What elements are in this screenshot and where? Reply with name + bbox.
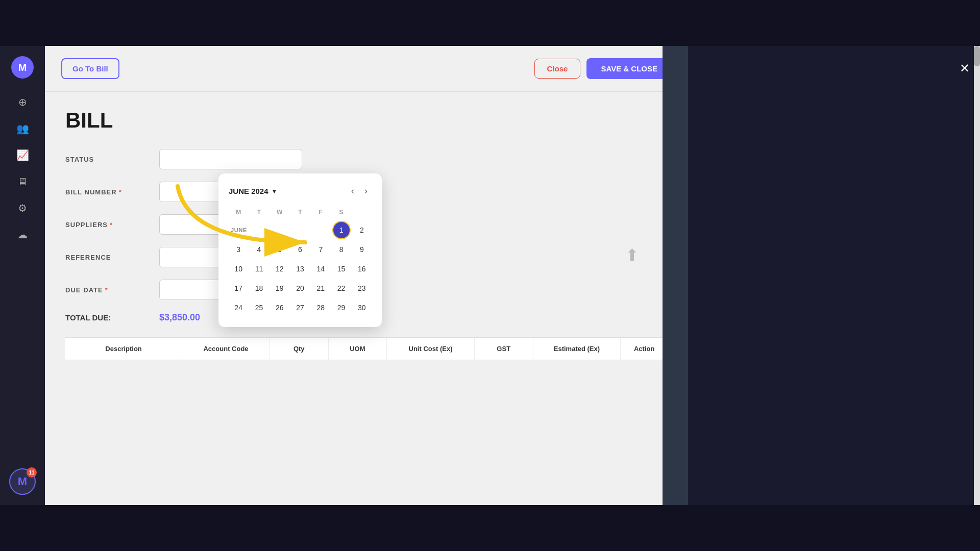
cal-day-28[interactable]: 28	[311, 298, 330, 317]
screen-close-icon[interactable]: ✕	[960, 61, 970, 76]
cal-day-27[interactable]: 27	[291, 298, 309, 317]
calendar-nav: JUNE 2024 ▼ ‹ ›	[229, 184, 372, 198]
cal-day-3[interactable]: 3	[229, 240, 248, 259]
cal-day-10[interactable]: 10	[229, 260, 248, 278]
col-estimated: Estimated (Ex)	[533, 338, 621, 360]
cal-day-23[interactable]: 23	[353, 279, 371, 297]
reference-label: REFERENCE	[65, 254, 147, 261]
cal-day-30[interactable]: 30	[353, 298, 371, 317]
col-description: Description	[65, 338, 182, 360]
cal-day-4[interactable]: 4	[250, 240, 268, 259]
col-qty: Qty	[270, 338, 329, 360]
calendar-next-button[interactable]: ›	[360, 184, 372, 198]
close-button[interactable]: Close	[534, 59, 581, 79]
dropdown-arrow-icon: ▼	[272, 188, 278, 195]
required-star-due: *	[105, 286, 108, 294]
cal-day-11[interactable]: 11	[250, 260, 268, 278]
col-header-t2: T	[290, 207, 310, 220]
cal-day-17[interactable]: 17	[229, 279, 248, 297]
total-due-value: $3,850.00	[159, 312, 200, 323]
sidebar-item-cloud[interactable]: ☁	[11, 223, 34, 246]
upload-area[interactable]: ⬆	[606, 235, 657, 276]
cal-day-25[interactable]: 25	[250, 298, 268, 317]
scrollbar-thumb[interactable]	[974, 46, 980, 66]
sidebar-item-contacts[interactable]: 👥	[11, 117, 34, 140]
cal-day-18[interactable]: 18	[250, 279, 268, 297]
due-date-label: DUE DATE*	[65, 286, 147, 294]
cal-day-6[interactable]: 6	[291, 240, 309, 259]
cal-day-24[interactable]: 24	[229, 298, 248, 317]
col-header-w: W	[270, 207, 289, 220]
notification-badge: 11	[27, 467, 37, 478]
col-account-code: Account Code	[182, 338, 270, 360]
modal-panel: Go To Bill Close SAVE & CLOSE BILL STATU…	[45, 46, 688, 505]
status-row: STATUS	[65, 149, 668, 169]
sidebar-item-monitor[interactable]: 🖥	[11, 170, 34, 193]
cal-day-19[interactable]: 19	[271, 279, 289, 297]
required-star-suppliers: *	[110, 221, 113, 229]
calendar-grid: M T W T F S JUNE 1 2 3 4 5 6 7 8 9 1	[229, 207, 372, 317]
sidebar-item-dashboard[interactable]: ⊕	[11, 91, 34, 113]
col-unit-cost: Unit Cost (Ex)	[387, 338, 475, 360]
col-uom: UOM	[329, 338, 387, 360]
cal-day-7[interactable]: 7	[311, 240, 330, 259]
header-actions: Close SAVE & CLOSE	[534, 58, 672, 79]
cal-day-22[interactable]: 22	[332, 279, 351, 297]
upload-icon: ⬆	[625, 245, 639, 265]
bill-number-label: BILL NUMBER*	[65, 188, 147, 196]
june-label: JUNE	[229, 221, 330, 239]
go-to-bill-button[interactable]: Go To Bill	[61, 58, 119, 79]
avatar[interactable]: M 11	[9, 468, 36, 495]
status-label: STATUS	[65, 156, 147, 163]
modal-body: BILL STATUS BILL NUMBER* SUPPLIERS* REFE…	[45, 92, 688, 505]
sidebar: M ⊕ 👥 📈 🖥 ⚙ ☁ M 11	[0, 46, 45, 505]
cal-day-13[interactable]: 13	[291, 260, 309, 278]
save-close-button[interactable]: SAVE & CLOSE	[586, 58, 672, 79]
cal-day-5[interactable]: 5	[271, 240, 289, 259]
cal-day-9[interactable]: 9	[353, 240, 371, 259]
cal-day-29[interactable]: 29	[332, 298, 351, 317]
scrollbar-track[interactable]	[974, 46, 980, 505]
bill-title: BILL	[65, 108, 668, 133]
cal-day-21[interactable]: 21	[311, 279, 330, 297]
cal-day-15[interactable]: 15	[332, 260, 351, 278]
table-header: Description Account Code Qty UOM Unit Co…	[65, 337, 668, 360]
col-action: Action	[621, 338, 668, 360]
col-header-s: S	[331, 207, 351, 220]
cal-day-2[interactable]: 2	[353, 221, 371, 239]
sidebar-item-settings[interactable]: ⚙	[11, 197, 34, 219]
suppliers-label: SUPPLIERS*	[65, 221, 147, 229]
sidebar-item-reports[interactable]: 📈	[11, 144, 34, 166]
cal-day-1[interactable]: 1	[332, 221, 351, 239]
col-gst: GST	[475, 338, 533, 360]
calendar-prev-button[interactable]: ‹	[347, 184, 358, 198]
app-logo[interactable]: M	[11, 56, 34, 79]
cal-day-8[interactable]: 8	[332, 240, 351, 259]
cal-day-16[interactable]: 16	[353, 260, 371, 278]
col-header-f: F	[311, 207, 330, 220]
cal-day-14[interactable]: 14	[311, 260, 330, 278]
cal-day-26[interactable]: 26	[271, 298, 289, 317]
calendar-popup: JUNE 2024 ▼ ‹ › M T W T F S JUNE	[218, 173, 382, 327]
calendar-month-label[interactable]: JUNE 2024 ▼	[229, 187, 277, 195]
cal-day-12[interactable]: 12	[271, 260, 289, 278]
col-header-t1: T	[249, 207, 268, 220]
col-header-m: M	[229, 207, 248, 220]
status-input[interactable]	[159, 149, 302, 169]
total-due-label: TOTAL DUE:	[65, 313, 147, 322]
dark-right-panel	[663, 46, 688, 505]
required-star: *	[119, 188, 122, 196]
modal-header: Go To Bill Close SAVE & CLOSE	[45, 46, 688, 92]
cal-day-20[interactable]: 20	[291, 279, 309, 297]
